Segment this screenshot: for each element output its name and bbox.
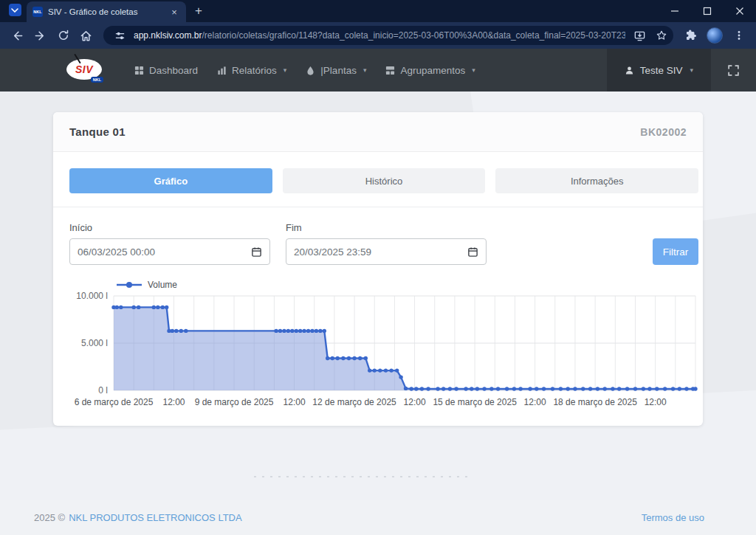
browser-tab[interactable]: NKL SIV - Gráfico de coletas × — [27, 1, 186, 22]
browser-tabstrip: NKL SIV - Gráfico de coletas × + — [0, 0, 756, 22]
chevron-down-icon: ▾ — [284, 66, 287, 74]
main-content: Tanque 01 BK02002 Gráfico Histórico Info… — [0, 92, 756, 500]
profile-avatar[interactable] — [707, 27, 723, 44]
inicio-field: Início — [69, 222, 270, 265]
url-domain: app.nklsiv.com.br — [134, 30, 202, 41]
filter-bar: Início Fim — [53, 207, 703, 265]
url-bar[interactable]: app.nklsiv.com.br/relatorio/coletas/graf… — [103, 26, 673, 45]
browser-window: NKL SIV - Gráfico de coletas × + — [0, 0, 756, 535]
url-text: app.nklsiv.com.br/relatorio/coletas/graf… — [134, 30, 625, 41]
browser-menu-icon[interactable] — [729, 26, 749, 46]
bookmark-star-icon[interactable] — [653, 27, 670, 44]
tab-grafico[interactable]: Gráfico — [69, 168, 272, 193]
url-path: /relatorio/coletas/grafico/1148?data_col… — [202, 30, 625, 41]
fim-field: Fim — [286, 222, 487, 265]
fim-input-wrap — [286, 238, 487, 265]
svg-text:12:00: 12:00 — [404, 397, 426, 407]
card-header: Tanque 01 BK02002 — [53, 112, 703, 152]
extensions-icon[interactable] — [681, 26, 701, 46]
terms-link[interactable]: Termos de uso — [642, 512, 704, 523]
back-icon[interactable] — [7, 26, 27, 46]
svg-text:10.000 l: 10.000 l — [76, 291, 108, 301]
chevron-down-icon — [9, 4, 21, 16]
tab-close-icon[interactable]: × — [168, 6, 180, 18]
svg-text:5.000 l: 5.000 l — [81, 338, 108, 348]
brand-sub-badge: NKL — [91, 77, 103, 83]
forward-icon[interactable] — [30, 26, 50, 46]
calendar-icon[interactable] — [251, 246, 262, 258]
nav-label: Dashboard — [149, 65, 198, 76]
app-header: SIV NKL Dashboard Relatórios ▾ — [0, 49, 756, 92]
tank-title: Tanque 01 — [69, 125, 126, 138]
user-menu[interactable]: Teste SIV ▾ — [607, 49, 711, 92]
background-dots — [251, 474, 472, 480]
nav-item-plantas[interactable]: |Plantas ▾ — [306, 65, 366, 76]
tab-informacoes[interactable]: Informações — [495, 168, 698, 193]
siv-logo-oval: SIV NKL — [66, 59, 102, 80]
view-tabs: Gráfico Histórico Informações — [53, 152, 703, 193]
svg-text:0 l: 0 l — [98, 385, 108, 396]
dashboard-grid-icon — [134, 66, 144, 75]
nav-label: |Plantas — [320, 65, 357, 76]
home-icon[interactable] — [76, 26, 96, 46]
calendar-icon[interactable] — [467, 246, 478, 258]
company-link[interactable]: NKL PRODUTOS ELETRONICOS LTDA — [69, 512, 242, 523]
window-controls — [659, 0, 756, 22]
close-window-button[interactable] — [724, 0, 756, 22]
fullscreen-icon[interactable] — [711, 64, 756, 77]
brand-text: SIV — [75, 63, 93, 75]
svg-text:12 de março de 2025: 12 de março de 2025 — [312, 397, 396, 407]
chevron-down-icon: ▾ — [363, 66, 367, 74]
main-nav: Dashboard Relatórios ▾ |Plantas ▾ — [134, 65, 495, 76]
tank-code: BK02002 — [640, 126, 687, 138]
chevron-down-icon: ▾ — [472, 66, 475, 74]
copyright-year: 2025 © — [34, 512, 65, 523]
tab-search-button[interactable] — [6, 1, 24, 19]
svg-text:15 de março de 2025: 15 de março de 2025 — [433, 397, 517, 407]
site-info-icon[interactable] — [111, 27, 128, 44]
nav-item-agrupamentos[interactable]: Agrupamentos ▾ — [385, 65, 475, 76]
svg-text:Volume: Volume — [148, 280, 177, 290]
volume-chart: 0 l5.000 l10.000 l6 de março de 202512:0… — [69, 278, 698, 414]
siv-logo[interactable]: SIV NKL — [66, 59, 102, 81]
svg-text:18 de março de 2025: 18 de março de 2025 — [553, 397, 637, 407]
chart-area: 0 l5.000 l10.000 l6 de março de 202512:0… — [53, 265, 703, 426]
nav-item-dashboard[interactable]: Dashboard — [134, 65, 198, 76]
groups-icon — [385, 66, 395, 75]
gauge-needle-icon — [74, 54, 81, 64]
maximize-button[interactable] — [691, 0, 724, 22]
bar-chart-icon — [217, 66, 227, 75]
tank-card: Tanque 01 BK02002 Gráfico Histórico Info… — [53, 112, 703, 426]
footer: 2025 © NKL PRODUTOS ELETRONICOS LTDA Ter… — [0, 500, 756, 535]
nav-label: Agrupamentos — [400, 65, 465, 76]
svg-text:12:00: 12:00 — [284, 397, 306, 407]
new-tab-button[interactable]: + — [189, 1, 208, 21]
fim-input[interactable] — [294, 246, 467, 258]
browser-toolbar: app.nklsiv.com.br/relatorio/coletas/graf… — [0, 22, 756, 49]
reload-icon[interactable] — [53, 26, 73, 46]
filtrar-button[interactable]: Filtrar — [653, 238, 698, 265]
svg-text:9 de março de 2025: 9 de março de 2025 — [195, 397, 274, 407]
svg-text:12:00: 12:00 — [645, 397, 667, 407]
svg-text:12:00: 12:00 — [524, 397, 546, 407]
chevron-down-icon: ▾ — [690, 66, 693, 74]
send-to-device-icon[interactable] — [631, 27, 647, 44]
tab-title: SIV - Gráfico de coletas — [48, 7, 163, 16]
inicio-input-wrap — [69, 238, 270, 265]
copyright: 2025 © NKL PRODUTOS ELETRONICOS LTDA — [34, 512, 242, 523]
svg-text:6 de março de 2025: 6 de março de 2025 — [75, 397, 154, 407]
inicio-label: Início — [69, 222, 270, 233]
person-icon — [625, 66, 634, 75]
inicio-input[interactable] — [78, 246, 251, 258]
tab-historico[interactable]: Histórico — [283, 168, 486, 193]
nav-item-relatorios[interactable]: Relatórios ▾ — [217, 65, 286, 76]
minimize-button[interactable] — [659, 0, 691, 22]
fim-label: Fim — [286, 222, 487, 233]
droplet-icon — [306, 66, 315, 75]
nav-label: Relatórios — [232, 65, 277, 76]
site-favicon-icon: NKL — [32, 7, 43, 17]
user-label: Teste SIV — [640, 65, 683, 76]
svg-text:12:00: 12:00 — [163, 397, 185, 407]
